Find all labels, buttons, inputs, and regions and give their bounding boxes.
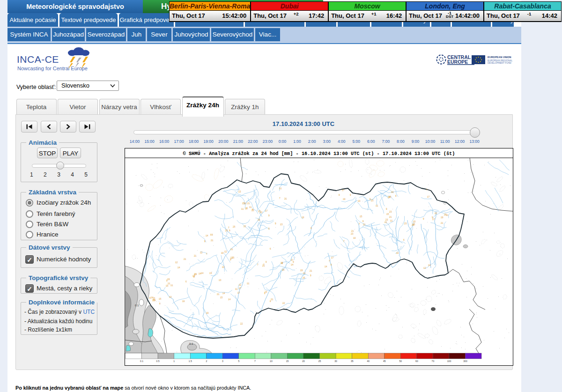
svg-text:19: 19 (167, 278, 170, 281)
svg-text:11: 11 (230, 248, 233, 251)
svg-text:0.1: 0.1 (189, 342, 193, 345)
svg-text:23: 23 (225, 229, 228, 232)
svg-text:0.5: 0.5 (156, 360, 160, 362)
svg-text:17: 17 (342, 189, 345, 192)
svg-text:9: 9 (293, 261, 294, 263)
svg-text:25: 25 (233, 226, 236, 228)
svg-text:11: 11 (279, 187, 282, 190)
svg-text:25: 25 (303, 277, 305, 279)
svg-text:21: 21 (194, 273, 197, 275)
svg-text:15: 15 (166, 285, 169, 287)
svg-text:14: 14 (201, 272, 204, 274)
svg-text:13: 13 (358, 200, 361, 202)
svg-text:19: 19 (300, 269, 303, 272)
svg-text:11: 11 (390, 220, 393, 222)
svg-text:11: 11 (170, 284, 173, 287)
svg-text:EUROPEAN REGIONAL: EUROPEAN REGIONAL (488, 59, 512, 62)
svg-text:9: 9 (350, 194, 351, 196)
svg-text:11: 11 (247, 282, 250, 285)
svg-text:14: 14 (228, 298, 231, 301)
svg-text:22: 22 (282, 302, 285, 304)
svg-text:12: 12 (175, 261, 178, 264)
svg-text:9: 9 (268, 214, 270, 217)
svg-text:11: 11 (446, 214, 449, 216)
svg-text:15: 15 (386, 213, 389, 215)
svg-text:© SHMÚ - Analýza zrážok za 24: © SHMÚ - Analýza zrážok za 24 hod [mm] -… (183, 150, 455, 156)
svg-text:7: 7 (359, 223, 360, 225)
svg-text:8: 8 (362, 220, 364, 222)
svg-text:13: 13 (209, 272, 212, 274)
svg-text:22: 22 (222, 266, 225, 268)
svg-text:15: 15 (286, 360, 289, 362)
svg-text:9: 9 (386, 208, 387, 210)
svg-text:7: 7 (228, 227, 229, 229)
svg-text:23: 23 (371, 200, 374, 202)
svg-text:6: 6 (403, 239, 405, 241)
svg-text:15: 15 (220, 296, 223, 299)
svg-text:30: 30 (334, 360, 337, 362)
svg-text:7: 7 (206, 253, 207, 255)
svg-text:EUROPEAN UNION: EUROPEAN UNION (488, 56, 511, 59)
svg-text:25: 25 (242, 202, 245, 205)
svg-text:7: 7 (263, 264, 265, 266)
svg-text:45: 45 (383, 360, 386, 362)
svg-text:23: 23 (351, 233, 354, 235)
svg-text:50: 50 (399, 360, 402, 362)
svg-text:21: 21 (310, 270, 312, 272)
svg-text:21: 21 (435, 212, 437, 214)
svg-text:14: 14 (291, 264, 294, 266)
svg-text:12: 12 (423, 267, 426, 269)
svg-text:1: 1 (173, 360, 175, 362)
svg-text:DEVELOPMENT FUND: DEVELOPMENT FUND (488, 62, 511, 64)
svg-text:12: 12 (200, 251, 203, 254)
svg-text:15: 15 (159, 298, 162, 300)
svg-text:7: 7 (279, 197, 281, 200)
svg-text:10: 10 (391, 191, 394, 193)
svg-text:9: 9 (370, 198, 371, 200)
svg-text:18: 18 (182, 300, 185, 303)
svg-text:60: 60 (415, 360, 418, 362)
svg-text:8: 8 (339, 194, 340, 196)
svg-text:21: 21 (271, 298, 274, 301)
svg-text:21: 21 (351, 230, 354, 232)
svg-text:19: 19 (441, 216, 444, 219)
svg-text:9: 9 (423, 218, 424, 220)
svg-text:13: 13 (169, 296, 172, 298)
svg-text:14: 14 (428, 264, 431, 266)
svg-text:12: 12 (239, 284, 242, 286)
svg-text:7: 7 (426, 189, 428, 191)
svg-text:22: 22 (244, 225, 246, 228)
svg-text:20: 20 (302, 360, 305, 362)
svg-text:8: 8 (246, 207, 248, 209)
svg-text:11: 11 (235, 288, 238, 290)
svg-text:21: 21 (441, 222, 444, 224)
svg-text:40: 40 (367, 360, 370, 362)
svg-text:11: 11 (230, 257, 233, 259)
svg-text:9: 9 (229, 229, 230, 232)
svg-text:8: 8 (212, 234, 213, 236)
svg-text:21: 21 (194, 255, 197, 257)
svg-text:21: 21 (217, 293, 220, 296)
svg-text:19: 19 (153, 299, 156, 302)
svg-text:8: 8 (331, 264, 332, 266)
svg-text:8: 8 (193, 276, 195, 278)
svg-text:13: 13 (280, 223, 283, 226)
svg-text:8: 8 (395, 195, 397, 197)
svg-text:3: 3 (222, 360, 223, 362)
svg-text:2: 2 (206, 360, 207, 362)
svg-text:11: 11 (241, 208, 244, 210)
svg-text:9: 9 (432, 216, 433, 219)
svg-text:21: 21 (211, 239, 214, 242)
svg-text:EUROPE: EUROPE (447, 59, 468, 65)
svg-text:0.1: 0.1 (140, 360, 143, 362)
svg-text:0.1: 0.1 (135, 304, 139, 307)
svg-text:14: 14 (199, 273, 201, 275)
svg-text:15: 15 (360, 215, 362, 218)
svg-text:7: 7 (343, 240, 345, 243)
svg-text:12: 12 (224, 251, 227, 253)
svg-text:17: 17 (331, 257, 334, 259)
svg-text:100: 100 (447, 360, 451, 362)
svg-text:9: 9 (275, 222, 276, 225)
svg-text:10: 10 (302, 216, 304, 219)
svg-text:10: 10 (221, 252, 224, 254)
